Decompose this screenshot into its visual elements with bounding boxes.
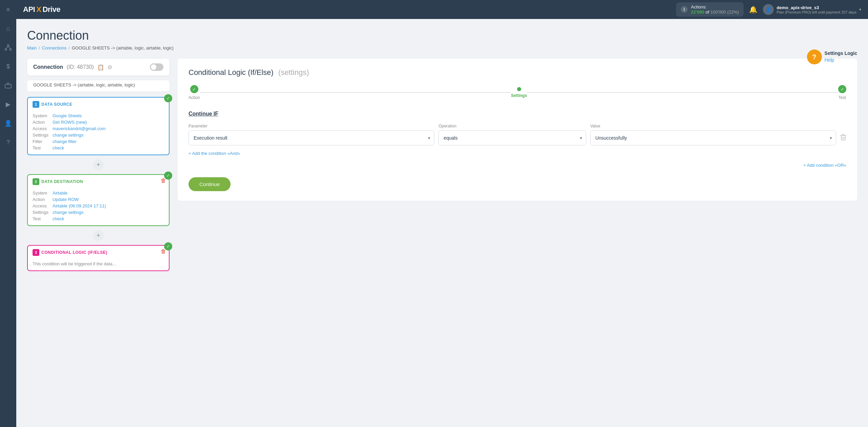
ds-action-value[interactable]: Get ROWS (new)	[53, 120, 164, 125]
breadcrumb-connections[interactable]: Connections	[42, 45, 66, 50]
svg-point-0	[7, 45, 9, 46]
ds-access-value[interactable]: maverickandrii@gmail.com	[53, 126, 164, 131]
svg-line-3	[6, 46, 8, 49]
logo-api: API	[23, 5, 35, 14]
svg-line-4	[8, 46, 11, 49]
dd-test-value[interactable]: check	[53, 216, 164, 221]
sidebar-play-icon[interactable]: ▶	[3, 99, 14, 110]
logo: API X Drive	[23, 5, 60, 14]
user-plan: Plan |Premium PRO| left until payment 25…	[776, 10, 856, 14]
breadcrumb-current: GOOGLE SHEETS -> (airtable, logic, airta…	[72, 45, 174, 50]
operation-select[interactable]: equals	[438, 130, 586, 145]
help-link[interactable]: Help	[825, 57, 857, 64]
delete-condition-button[interactable]	[840, 134, 846, 142]
add-or-condition-button[interactable]: + Add condition «OR»	[189, 163, 846, 168]
operation-group: Operation equals	[438, 124, 586, 145]
settings-icon[interactable]: ⚙	[107, 64, 112, 70]
copy-icon[interactable]: 📋	[97, 64, 104, 70]
conn-subtitle: GOOGLE SHEETS -> (airtable, logic, airta…	[33, 82, 135, 87]
ds-filter-label: Filter	[33, 139, 48, 144]
chevron-down-icon: ▾	[859, 7, 861, 12]
user-info: demo_apix-drive_s3 Plan |Premium PRO| le…	[776, 5, 856, 14]
ds-system-label: System	[33, 113, 48, 118]
user-name: demo_apix-drive_s3	[776, 5, 856, 10]
value-label: Value	[590, 124, 836, 128]
operation-select-wrapper: equals	[438, 130, 586, 145]
ds-system-value[interactable]: Google Sheets	[53, 113, 164, 118]
dd-system-label: System	[33, 190, 48, 196]
sidebar: ≡ ⌂ $ ▶ 👤 ?	[0, 0, 16, 427]
parameter-group: Parameter Execution result	[189, 124, 434, 145]
delete-conditional-button[interactable]: 🗑	[161, 248, 166, 255]
connection-toggle[interactable]	[150, 63, 163, 71]
step-line-2	[527, 92, 838, 93]
sidebar-home-icon[interactable]: ⌂	[3, 23, 14, 34]
continue-button[interactable]: Continue	[189, 177, 231, 191]
data-source-num: 1	[33, 101, 39, 108]
help-button[interactable]: ? Settings Logic Help	[807, 49, 857, 64]
value-group: Value Unsuccessfully	[590, 124, 836, 145]
conn-title-text: Connection	[33, 64, 63, 70]
bell-icon[interactable]: 🔔	[749, 5, 757, 14]
actions-total: 100'000	[710, 9, 726, 15]
step-settings-label: Settings	[511, 93, 527, 98]
left-panel: Connection (ID: 48730) 📋 ⚙ GOOGLE SHEETS…	[27, 59, 170, 275]
user-menu[interactable]: 👤 demo_apix-drive_s3 Plan |Premium PRO| …	[763, 4, 861, 15]
data-destination-card: ✓ 🗑 2 DATA DESTINATION System Airtable A…	[27, 174, 170, 226]
sidebar-menu-icon[interactable]: ≡	[3, 4, 14, 15]
cond-settings-paren: (settings)	[278, 68, 309, 77]
sidebar-help-icon[interactable]: ?	[3, 137, 14, 148]
sidebar-dollar-icon[interactable]: $	[3, 61, 14, 72]
logo-drive: Drive	[42, 5, 60, 14]
parameter-select-wrapper: Execution result	[189, 130, 434, 145]
conditional-logic-title: Conditional Logic (If/Else) (settings)	[189, 68, 846, 77]
actions-text: Actions: 22'060 of 100'000 (22%)	[691, 4, 739, 15]
dd-settings-value[interactable]: change settings	[53, 210, 164, 215]
dd-action-value[interactable]: Update ROW	[53, 197, 164, 202]
breadcrumb-main[interactable]: Main	[27, 45, 37, 50]
dd-access-value[interactable]: Airtable (06.09.2024 17:11)	[53, 203, 164, 208]
data-destination-header: 2 DATA DESTINATION	[28, 175, 169, 188]
add-between-1-2[interactable]: +	[93, 159, 104, 170]
step-test-circle: ✓	[838, 85, 846, 93]
main-wrapper: API X Drive i Actions: 22'060 of 100'000…	[16, 0, 868, 427]
actions-badge: i Actions: 22'060 of 100'000 (22%)	[676, 2, 744, 17]
dd-test-label: Test	[33, 216, 48, 221]
parameter-select[interactable]: Execution result	[189, 130, 434, 145]
value-select[interactable]: Unsuccessfully	[590, 130, 836, 145]
actions-count: 22'060	[691, 9, 704, 15]
data-source-header: 1 DATA SOURCE	[28, 98, 169, 111]
steps-bar: ✓ Action Settings ✓ Test	[189, 85, 846, 100]
ds-test-value[interactable]: check	[53, 145, 164, 150]
actions-of: of	[706, 9, 709, 15]
step-test-label: Test	[839, 95, 846, 100]
ds-settings-label: Settings	[33, 133, 48, 138]
delete-destination-button[interactable]: 🗑	[161, 178, 166, 184]
data-destination-rows: System Airtable Action Update ROW Access…	[28, 188, 169, 225]
avatar: 👤	[763, 4, 774, 15]
sidebar-briefcase-icon[interactable]	[3, 80, 14, 91]
dd-access-label: Access	[33, 203, 48, 208]
logo-x: X	[36, 5, 41, 14]
ds-filter-value[interactable]: change filter	[53, 139, 164, 144]
svg-point-1	[5, 49, 7, 50]
dd-settings-label: Settings	[33, 210, 48, 215]
actions-pct: (22%)	[727, 9, 739, 15]
step-action-circle: ✓	[190, 85, 198, 93]
connection-title: Connection (ID: 48730)	[33, 64, 94, 70]
conditional-logic-num: 3	[33, 249, 39, 256]
conn-id: (ID: 48730)	[66, 64, 94, 70]
dd-system-value[interactable]: Airtable	[53, 190, 164, 196]
breadcrumb: Main / Connections / GOOGLE SHEETS -> (a…	[27, 45, 857, 50]
ds-settings-value[interactable]: change settings	[53, 133, 164, 138]
operation-label: Operation	[438, 124, 586, 128]
sidebar-user-icon[interactable]: 👤	[3, 118, 14, 129]
ds-access-label: Access	[33, 126, 48, 131]
add-and-condition-button[interactable]: + Add the condition «And»	[189, 151, 846, 156]
page-content: ? Settings Logic Help Connection Main / …	[16, 19, 868, 427]
sidebar-network-icon[interactable]	[3, 42, 14, 53]
info-icon: i	[681, 6, 688, 13]
add-between-2-3[interactable]: +	[93, 230, 104, 241]
continue-if-title: Continue IF	[189, 111, 846, 117]
ds-action-label: Action	[33, 120, 48, 125]
